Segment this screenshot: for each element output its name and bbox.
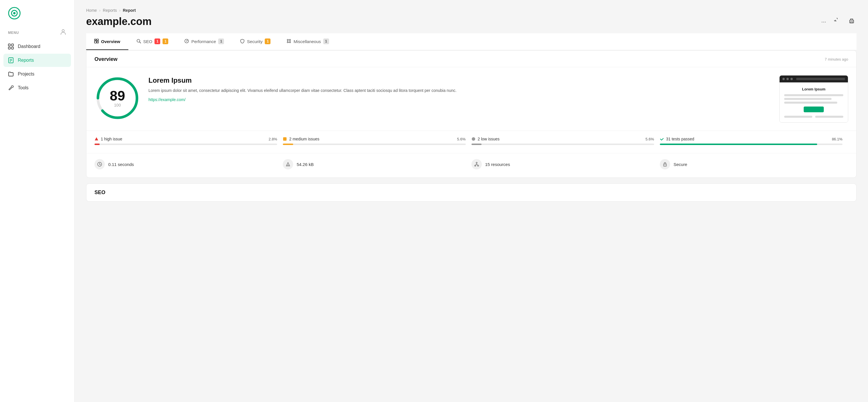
overview-url[interactable]: https://example.com/ [149, 97, 185, 102]
issue-low-header: 2 low issues 5.6% [471, 137, 654, 141]
sidebar-item-label: Tools [18, 85, 28, 90]
issue-passed-bar [660, 144, 842, 145]
sidebar-item-dashboard[interactable]: Dashboard [3, 40, 71, 53]
stats-row: 0.11 seconds 54.26 kB [86, 153, 856, 178]
svg-rect-4 [8, 44, 10, 46]
svg-point-25 [287, 42, 288, 43]
time-icon [94, 159, 105, 169]
tab-overview-label: Overview [101, 39, 120, 44]
breadcrumb-sep-2: › [119, 8, 121, 12]
refresh-icon [834, 18, 840, 26]
svg-point-26 [289, 42, 290, 43]
sidebar-item-projects[interactable]: Projects [3, 67, 71, 81]
issue-medium-label: 2 medium issues [283, 137, 319, 141]
seo-section-title: SEO [94, 189, 105, 195]
tab-overview[interactable]: Overview [86, 33, 128, 50]
issue-medium-pct: 5.6% [457, 137, 466, 141]
overview-icon [94, 39, 99, 44]
page-title: example.com [86, 16, 152, 28]
misc-icon [286, 39, 291, 44]
sidebar-item-reports[interactable]: Reports [3, 54, 71, 67]
issue-passed-header: 31 tests passed 86.1% [660, 137, 842, 141]
site-preview: Lorem Ipsum [779, 75, 848, 123]
breadcrumb-home[interactable]: Home [86, 8, 97, 12]
stat-time: 0.11 seconds [94, 159, 283, 169]
svg-rect-18 [97, 41, 98, 43]
secure-icon [660, 159, 670, 169]
logo-area [0, 0, 74, 26]
svg-point-23 [287, 39, 288, 40]
passed-icon [660, 137, 664, 141]
print-button[interactable] [847, 16, 857, 27]
preview-footer-line-2 [815, 116, 843, 118]
tab-security[interactable]: Security 1 [232, 33, 279, 50]
issue-passed: 31 tests passed 86.1% [660, 137, 848, 145]
seo-badge-red: 1 [154, 38, 160, 44]
more-button[interactable]: ··· [819, 17, 828, 27]
score-number: 89 [110, 89, 125, 103]
stat-resources-label: 15 resources [485, 162, 510, 167]
sidebar: MENU Dashboard [0, 0, 75, 402]
browser-address-bar [796, 78, 845, 80]
menu-label: MENU [8, 31, 19, 35]
svg-rect-17 [94, 41, 96, 43]
issue-high-label: 1 high issue [94, 137, 122, 141]
seo-icon [136, 39, 141, 44]
seo-card: SEO [86, 184, 857, 202]
issue-passed-fill [660, 144, 817, 145]
app-logo [8, 7, 21, 20]
svg-line-20 [140, 42, 141, 43]
overview-section-title: Overview [94, 56, 118, 62]
overview-site-title: Lorem Ipsum [149, 76, 771, 85]
svg-line-44 [477, 164, 478, 165]
browser-dot-3 [790, 78, 793, 80]
sidebar-item-label: Projects [18, 71, 34, 77]
issue-high-header: 1 high issue 2.8% [94, 137, 277, 141]
svg-point-46 [665, 165, 665, 165]
svg-point-41 [477, 165, 479, 166]
issue-medium: 2 medium issues 5.6% [283, 137, 471, 145]
score-circle: 89 100 [94, 75, 141, 121]
svg-point-3 [62, 30, 64, 32]
sidebar-item-label: Reports [18, 58, 34, 63]
menu-label-row: MENU [0, 26, 74, 40]
issue-high-pct: 2.8% [269, 137, 277, 141]
svg-point-34 [472, 137, 475, 141]
performance-badge: 1 [218, 38, 224, 44]
preview-line-2 [784, 98, 832, 100]
preview-cta-button [804, 106, 824, 112]
preview-line-1 [784, 94, 843, 96]
overview-section-header: Overview 7 minutes ago [86, 51, 856, 67]
issue-high-bar [94, 144, 277, 145]
svg-rect-33 [283, 137, 286, 141]
breadcrumb-reports[interactable]: Reports [103, 8, 117, 12]
svg-point-2 [13, 12, 16, 14]
issue-low-bar [471, 144, 654, 145]
issue-low-pct: 5.6% [646, 137, 654, 141]
sidebar-item-tools[interactable]: Tools [3, 81, 71, 94]
breadcrumb-current: Report [123, 8, 136, 12]
tab-miscellaneous-label: Miscellaneous [293, 39, 321, 44]
overview-card: Overview 7 minutes ago 89 [86, 50, 857, 178]
stat-size: 54.26 kB [283, 159, 471, 169]
sidebar-item-label: Dashboard [18, 44, 40, 49]
tab-seo[interactable]: SEO 1 1 [128, 33, 177, 50]
preview-footer [784, 116, 843, 118]
issue-medium-header: 2 medium issues 5.6% [283, 137, 465, 141]
profile-icon[interactable] [60, 29, 66, 36]
stat-resources: 15 resources [471, 159, 660, 169]
svg-rect-15 [94, 39, 96, 40]
overview-description: Lorem ipsum dolor sit amet, consectetur … [149, 87, 771, 94]
issue-medium-bar [283, 144, 465, 145]
projects-icon [8, 71, 14, 77]
refresh-button[interactable] [832, 16, 842, 27]
breadcrumb-sep-1: › [99, 8, 100, 12]
seo-badge-yellow: 1 [162, 38, 168, 44]
svg-rect-7 [11, 47, 13, 49]
score-text: 89 100 [110, 89, 125, 107]
tab-miscellaneous[interactable]: Miscellaneous 1 [279, 33, 337, 50]
breadcrumb: Home › Reports › Report [86, 8, 857, 12]
tab-performance[interactable]: Performance 1 [176, 33, 232, 50]
svg-rect-13 [850, 22, 853, 23]
medium-issue-icon [283, 137, 287, 141]
